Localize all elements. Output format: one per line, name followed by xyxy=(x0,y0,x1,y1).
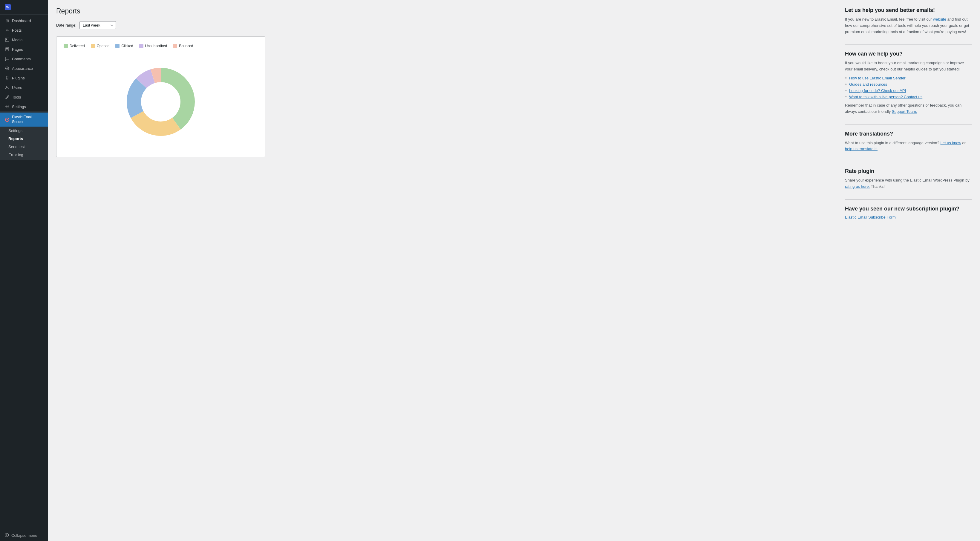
sidebar-item-label: Comments xyxy=(12,57,31,61)
section-help-text: If you are new to Elastic Email, feel fr… xyxy=(845,16,972,35)
elastic-subitem-settings[interactable]: Settings xyxy=(0,127,48,135)
sidebar-item-label: Appearance xyxy=(12,66,33,71)
sidebar-item-appearance[interactable]: Appearance xyxy=(0,63,48,73)
api-link[interactable]: Looking for code? Check our API xyxy=(849,88,906,93)
chart-legend: Delivered Opened Clicked Unsubscribed Bo… xyxy=(64,44,258,48)
section-how-title: How can we help you? xyxy=(845,51,972,57)
elastic-email-sender-header[interactable]: Elastic Email Sender xyxy=(0,113,48,127)
donut-chart-wrapper xyxy=(64,54,258,149)
pages-icon xyxy=(5,47,10,52)
collapse-icon xyxy=(5,533,9,538)
sidebar: W ⊞ Dashboard ✏ Posts Media Pages Comm xyxy=(0,0,48,541)
support-team-link[interactable]: Support Team. xyxy=(892,109,917,114)
legend-bounced: Bounced xyxy=(173,44,193,48)
sidebar-item-users[interactable]: Users xyxy=(0,83,48,92)
right-panel: Let us help you send better emails! If y… xyxy=(837,0,980,541)
translate-link[interactable]: help us translate it! xyxy=(845,147,878,151)
divider-2 xyxy=(845,124,972,125)
svg-rect-1 xyxy=(6,38,7,40)
media-icon xyxy=(5,37,10,42)
sidebar-nav: ⊞ Dashboard ✏ Posts Media Pages Comments xyxy=(0,14,48,530)
legend-dot-opened xyxy=(91,44,95,48)
main-area: Reports Date range: Last week Last month… xyxy=(48,0,980,541)
section-how: How can we help you? If you would like t… xyxy=(845,51,972,115)
subscribe-form-link[interactable]: Elastic Email Subscribe Form xyxy=(845,215,896,219)
legend-dot-bounced xyxy=(173,44,177,48)
sidebar-item-pages[interactable]: Pages xyxy=(0,44,48,54)
legend-label-unsubscribed: Unsubscribed xyxy=(145,44,167,48)
guides-link[interactable]: Guides and resources xyxy=(849,82,887,87)
help-link-item-api: Looking for code? Check our API xyxy=(845,87,972,94)
elastic-subitem-reports[interactable]: Reports xyxy=(0,135,48,143)
elastic-subitem-send-test[interactable]: Send test xyxy=(0,143,48,151)
section-subscription: Have you seen our new subscription plugi… xyxy=(845,206,972,219)
sidebar-item-posts[interactable]: ✏ Posts xyxy=(0,25,48,35)
collapse-menu-button[interactable]: Collapse menu xyxy=(0,530,48,541)
let-us-know-link[interactable]: Let us know xyxy=(940,141,961,145)
legend-dot-unsubscribed xyxy=(139,44,143,48)
svg-point-18 xyxy=(143,84,179,120)
sidebar-item-label: Pages xyxy=(12,47,23,52)
sidebar-item-media[interactable]: Media xyxy=(0,35,48,44)
help-links-list: How to use Elastic Email Sender Guides a… xyxy=(845,75,972,100)
rate-plugin-link[interactable]: rating us here. xyxy=(845,184,870,189)
sidebar-item-dashboard[interactable]: ⊞ Dashboard xyxy=(0,16,48,25)
section-how-footer: Remember that in case of any other quest… xyxy=(845,102,972,115)
users-icon xyxy=(5,85,10,90)
elastic-subitem-error-log[interactable]: Error log xyxy=(0,151,48,159)
page-title: Reports xyxy=(56,7,828,15)
legend-dot-delivered xyxy=(64,44,68,48)
section-help-title: Let us help you send better emails! xyxy=(845,7,972,13)
section-rate: Rate plugin Share your experience with u… xyxy=(845,168,972,190)
date-range-row: Date range: Last week Last month Last 3 … xyxy=(56,21,828,29)
legend-label-bounced: Bounced xyxy=(179,44,193,48)
legend-label-clicked: Clicked xyxy=(121,44,133,48)
elastic-email-sender-section: Elastic Email Sender Settings Reports Se… xyxy=(0,111,48,160)
dashboard-icon: ⊞ xyxy=(5,18,10,23)
sidebar-item-comments[interactable]: Comments xyxy=(0,54,48,63)
wordpress-logo: W xyxy=(5,4,11,10)
sidebar-item-label: Users xyxy=(12,86,22,90)
sidebar-item-label: Media xyxy=(12,38,22,42)
comments-icon xyxy=(5,56,10,61)
sidebar-item-tools[interactable]: Tools xyxy=(0,92,48,102)
sidebar-item-settings[interactable]: Settings xyxy=(0,102,48,111)
divider-1 xyxy=(845,44,972,45)
sidebar-item-label: Dashboard xyxy=(12,19,31,23)
date-range-label: Date range: xyxy=(56,23,76,27)
date-range-select[interactable]: Last week Last month Last 3 months Last … xyxy=(80,21,116,29)
sidebar-item-label: Settings xyxy=(12,105,26,109)
help-link-item-how-to: How to use Elastic Email Sender xyxy=(845,75,972,81)
how-to-use-link[interactable]: How to use Elastic Email Sender xyxy=(849,76,905,80)
legend-opened: Opened xyxy=(91,44,110,48)
legend-label-opened: Opened xyxy=(97,44,110,48)
plugins-icon xyxy=(5,76,10,80)
sidebar-item-plugins[interactable]: Plugins xyxy=(0,73,48,83)
section-translations-title: More translations? xyxy=(845,131,972,137)
website-link[interactable]: website xyxy=(933,17,946,22)
elastic-email-label: Elastic Email Sender xyxy=(12,115,43,124)
section-translations: More translations? Want to use this plug… xyxy=(845,131,972,152)
tools-icon xyxy=(5,95,10,100)
chart-container: Delivered Opened Clicked Unsubscribed Bo… xyxy=(56,36,265,157)
sidebar-item-label: Posts xyxy=(12,28,22,33)
sidebar-item-label: Tools xyxy=(12,95,21,100)
settings-icon xyxy=(5,104,10,109)
svg-rect-7 xyxy=(6,76,8,79)
section-rate-text: Share your experience with using the Ela… xyxy=(845,177,972,190)
posts-icon: ✏ xyxy=(5,28,10,33)
content-area: Reports Date range: Last week Last month… xyxy=(48,0,837,541)
svg-point-9 xyxy=(6,106,8,107)
legend-unsubscribed: Unsubscribed xyxy=(139,44,167,48)
legend-delivered: Delivered xyxy=(64,44,85,48)
section-help: Let us help you send better emails! If y… xyxy=(845,7,972,35)
appearance-icon xyxy=(5,66,10,71)
elastic-email-icon xyxy=(5,117,10,122)
sidebar-item-label: Plugins xyxy=(12,76,25,80)
legend-dot-clicked xyxy=(115,44,119,48)
legend-clicked: Clicked xyxy=(115,44,133,48)
contact-link[interactable]: Want to talk with a live person? Contact… xyxy=(849,95,922,99)
legend-label-delivered: Delivered xyxy=(70,44,85,48)
help-link-item-contact: Want to talk with a live person? Contact… xyxy=(845,94,972,100)
donut-chart xyxy=(119,60,202,144)
